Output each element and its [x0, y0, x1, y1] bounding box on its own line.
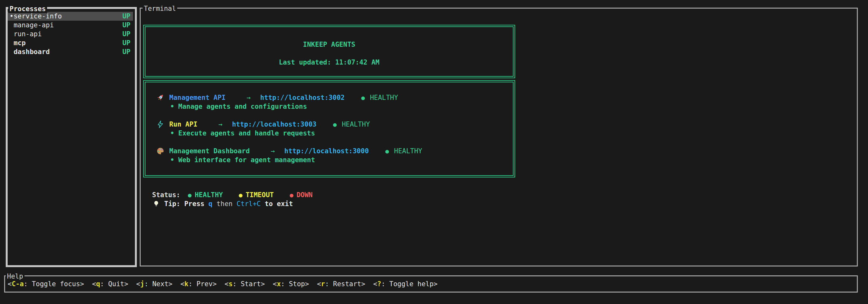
- last-updated: Last updated: 11:07:42 AM: [146, 58, 513, 67]
- process-row-run-api[interactable]: run-api UP: [8, 30, 133, 38]
- selection-marker: [9, 30, 14, 38]
- help-item-stop: <x: Stop>: [273, 280, 309, 288]
- help-label: Stop: [289, 280, 305, 288]
- tip-key-q: q: [209, 200, 213, 208]
- service-health: HEALTHY: [394, 147, 423, 155]
- selection-marker: •: [9, 12, 14, 20]
- status-legend: Status: ●HEALTHY ●TIMEOUT ●DOWN: [152, 191, 321, 199]
- service-description: • Execute agents and handle requests: [146, 129, 513, 138]
- process-row-mcp[interactable]: mcp UP: [8, 38, 133, 47]
- arrow-icon: →: [271, 147, 275, 155]
- help-label: Quit: [108, 280, 124, 288]
- service-row-run-api: Run API → http://localhost:3003 ● HEALTH…: [146, 120, 513, 129]
- service-url[interactable]: http://localhost:3002: [260, 94, 345, 101]
- processes-panel: Processes •service-info UP manage-api UP…: [6, 7, 137, 267]
- service-name: Management API: [169, 94, 225, 101]
- help-label: Toggle help: [390, 280, 434, 288]
- mprocs-terminal-ui: Processes •service-info UP manage-api UP…: [0, 0, 868, 304]
- status-legend-label: Status:: [152, 191, 180, 199]
- terminal-panel: Terminal INKEEP AGENTS Last updated: 11:…: [140, 8, 858, 267]
- help-panel: Help <C-a: Toggle focus> <q: Quit> <j: N…: [4, 275, 858, 293]
- help-key: k: [185, 280, 189, 288]
- process-name: dashboard: [14, 48, 50, 56]
- status-dot: ●: [289, 192, 293, 198]
- selection-marker: [9, 39, 14, 47]
- lightbulb-icon: [152, 200, 160, 208]
- header-box: INKEEP AGENTS Last updated: 11:07:42 AM: [143, 25, 515, 78]
- help-key: q: [96, 280, 100, 288]
- help-key: s: [228, 280, 232, 288]
- tip-text: then: [213, 200, 237, 208]
- help-key: j: [140, 280, 145, 288]
- help-item-start: <s: Start>: [225, 280, 265, 288]
- tip-line: Tip: Press q then Ctrl+C to exit: [152, 199, 293, 208]
- process-status-badge: UP: [123, 48, 130, 56]
- help-keybindings: <C-a: Toggle focus> <q: Quit> <j: Next> …: [5, 276, 857, 292]
- service-description: • Web interface for agent management: [146, 156, 513, 164]
- help-item-prev: <k: Prev>: [180, 280, 217, 288]
- service-url[interactable]: http://localhost:3003: [232, 121, 317, 128]
- status-dot: ●: [188, 192, 191, 198]
- legend-item-healthy: ●HEALTHY: [188, 191, 231, 199]
- status-dot: ●: [385, 147, 389, 155]
- rocket-icon: [156, 93, 165, 102]
- help-key: r: [321, 280, 325, 288]
- help-label: Toggle focus: [32, 280, 80, 288]
- legend-text: HEALTHY: [195, 191, 223, 199]
- service-name: Management Dashboard: [169, 147, 250, 155]
- selection-marker: [9, 21, 14, 29]
- service-url[interactable]: http://localhost:3000: [284, 147, 369, 155]
- status-dot: ●: [239, 192, 242, 198]
- services-box: Management API → http://localhost:3002 ●…: [143, 80, 515, 177]
- palette-icon: [156, 146, 165, 156]
- legend-text: TIMEOUT: [246, 191, 274, 199]
- process-row-manage-api[interactable]: manage-api UP: [8, 21, 133, 30]
- arrow-icon: →: [247, 94, 251, 101]
- process-name: manage-api: [14, 21, 54, 29]
- tip-text: Tip: Press: [164, 200, 209, 208]
- process-status-badge: UP: [123, 30, 130, 38]
- legend-text: DOWN: [297, 191, 313, 199]
- help-key: ?: [377, 280, 381, 288]
- arrow-icon: →: [219, 121, 223, 128]
- help-item-toggle-help: <?: Toggle help>: [373, 280, 437, 288]
- service-row-management-api: Management API → http://localhost:3002 ●…: [146, 93, 513, 102]
- process-list: •service-info UP manage-api UP run-api U…: [8, 9, 135, 56]
- help-item-next: <j: Next>: [136, 280, 173, 288]
- process-status-badge: UP: [123, 12, 130, 20]
- help-item-restart: <r: Restart>: [317, 280, 365, 288]
- service-row-management-dashboard: Management Dashboard → http://localhost:…: [146, 146, 513, 156]
- tip-key-ctrl-c: Ctrl+C: [237, 200, 261, 208]
- tip-text: to exit: [260, 200, 293, 208]
- process-status-badge: UP: [123, 39, 130, 47]
- legend-item-down: ●DOWN: [289, 191, 321, 199]
- status-dot: ●: [361, 94, 365, 101]
- help-label: Start: [241, 280, 260, 288]
- process-status-badge: UP: [123, 21, 130, 29]
- help-item-quit: <q: Quit>: [92, 280, 128, 288]
- service-description: • Manage agents and configurations: [146, 102, 513, 111]
- process-name: run-api: [14, 30, 42, 38]
- service-name: Run API: [169, 121, 197, 128]
- legend-item-timeout: ●TIMEOUT: [239, 191, 282, 199]
- status-dot: ●: [333, 121, 337, 128]
- process-row-dashboard[interactable]: dashboard UP: [8, 47, 133, 56]
- help-label: Prev: [197, 280, 213, 288]
- service-health: HEALTHY: [370, 94, 398, 101]
- lightning-icon: [156, 120, 165, 129]
- help-label: Next: [152, 280, 168, 288]
- help-key: C-a: [12, 280, 24, 288]
- process-name: service-info: [14, 12, 62, 20]
- process-row-service-info[interactable]: •service-info UP: [8, 12, 133, 21]
- help-panel-title: Help: [6, 272, 25, 280]
- help-label: Restart: [333, 280, 362, 288]
- service-health: HEALTHY: [342, 121, 370, 128]
- processes-panel-title: Processes: [8, 5, 47, 13]
- terminal-panel-title: Terminal: [143, 4, 177, 13]
- help-key: x: [277, 280, 281, 288]
- process-name: mcp: [14, 39, 26, 47]
- help-item-toggle-focus: <C-a: Toggle focus>: [8, 280, 84, 288]
- app-title: INKEEP AGENTS: [146, 40, 513, 49]
- selection-marker: [9, 48, 14, 56]
